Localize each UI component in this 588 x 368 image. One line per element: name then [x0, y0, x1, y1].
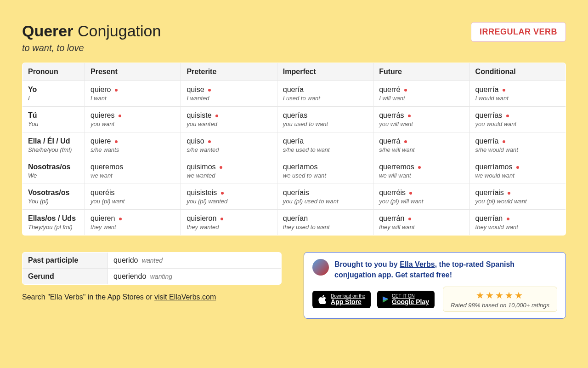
column-header: Present [85, 63, 181, 81]
title-rest: Conjugation [74, 22, 161, 40]
irregular-dot-icon [404, 140, 407, 143]
conjugation-cell: queríais you (pl) used to want [277, 184, 373, 210]
rating-text: Rated 98% based on 10,000+ ratings [451, 302, 549, 309]
table-row: Ellas/os / UdsThey/you (pl fml)quieren t… [23, 210, 566, 236]
conjugation-cell: querría I would want [469, 81, 565, 107]
rating-box: ★★★★★ Rated 98% based on 10,000+ ratings [443, 287, 557, 312]
star-icons: ★★★★★ [451, 290, 549, 301]
irregular-dot-icon [215, 115, 218, 117]
table-row: Past participlequerido wanted [23, 253, 282, 269]
app-store-badge[interactable]: Download on theApp Store [312, 291, 371, 308]
google-play-badge[interactable]: GET IT ONGoogle Play [377, 291, 435, 308]
conjugation-cell: querréis you (pl) will want [373, 184, 469, 210]
table-row: Gerundqueriendo wanting [23, 269, 282, 285]
pronoun-cell: TúYou [23, 107, 85, 132]
table-row: Ella / Él / UdShe/he/you (fml)quiere s/h… [23, 132, 566, 158]
irregular-dot-icon [506, 115, 509, 117]
conjugation-cell: quieren they want [85, 210, 181, 236]
conjugation-cell: querríais you (pl) would want [469, 184, 565, 210]
participle-value: queriendo wanting [108, 269, 282, 285]
visit-link[interactable]: visit EllaVerbs.com [154, 293, 216, 301]
conjugation-cell: querría s/he would want [469, 132, 565, 158]
conjugation-cell: quisimos we wanted [181, 158, 277, 184]
ella-verbs-link[interactable]: Ella Verbs [400, 260, 435, 268]
irregular-badge: IRREGULAR VERB [471, 22, 566, 42]
conjugation-cell: quiere s/he wants [85, 132, 181, 158]
conjugation-cell: quería s/he used to want [277, 132, 373, 158]
column-header: Pronoun [23, 63, 85, 81]
irregular-dot-icon [208, 89, 211, 92]
search-line: Search "Ella Verbs" in the App Stores or… [22, 293, 282, 301]
irregular-dot-icon [115, 89, 118, 92]
conjugation-cell: querrá s/he will want [373, 132, 469, 158]
irregular-dot-icon [119, 115, 121, 117]
column-header: Imperfect [277, 63, 373, 81]
app-icon [312, 259, 329, 276]
irregular-dot-icon [208, 140, 211, 143]
irregular-dot-icon [507, 218, 509, 220]
column-header: Future [373, 63, 469, 81]
participle-value: querido wanted [108, 253, 282, 269]
irregular-dot-icon [221, 192, 224, 195]
pronoun-cell: Vosotras/osYou (pl) [23, 184, 85, 210]
conjugation-cell: queréis you (pl) want [85, 184, 181, 210]
participle-label: Past participle [23, 253, 108, 269]
conjugation-cell: quiso s/he wanted [181, 132, 277, 158]
participle-label: Gerund [23, 269, 108, 285]
conjugation-cell: quiero I want [85, 81, 181, 107]
pronoun-cell: Ella / Él / UdShe/he/you (fml) [23, 132, 85, 158]
table-row: Nosotras/osWequeremos we wantquisimos we… [23, 158, 566, 184]
conjugation-cell: querrás you will want [373, 107, 469, 132]
participles-table: Past participlequerido wantedGerundqueri… [22, 252, 282, 285]
page-title: Querer Conjugation [22, 22, 161, 40]
conjugation-cell: querían they used to want [277, 210, 373, 236]
google-play-icon [383, 296, 388, 303]
irregular-dot-icon [503, 89, 505, 92]
conjugation-cell: querrán they will want [373, 210, 469, 236]
irregular-dot-icon [408, 218, 411, 220]
pronoun-cell: YoI [23, 81, 85, 107]
irregular-dot-icon [220, 166, 222, 169]
conjugation-cell: querías you used to want [277, 107, 373, 132]
promo-text: Brought to you by Ella Verbs, the top-ra… [334, 259, 557, 280]
table-row: Vosotras/osYou (pl)queréis you (pl) want… [23, 184, 566, 210]
conjugation-cell: quisisteis you (pl) wanted [181, 184, 277, 210]
conjugation-cell: quise I wanted [181, 81, 277, 107]
conjugation-cell: quisiste you wanted [181, 107, 277, 132]
apple-icon [318, 295, 327, 304]
conjugation-cell: quieres you want [85, 107, 181, 132]
conjugation-cell: queremos we want [85, 158, 181, 184]
irregular-dot-icon [409, 192, 412, 195]
pronoun-cell: Ellas/os / UdsThey/you (pl fml) [23, 210, 85, 236]
conjugation-cell: querremos we will want [373, 158, 469, 184]
column-header: Conditional [469, 63, 565, 81]
conjugation-cell: querrías you would want [469, 107, 565, 132]
pronoun-cell: Nosotras/osWe [23, 158, 85, 184]
conjugation-cell: querrían they would want [469, 210, 565, 236]
conjugation-cell: queríamos we used to want [277, 158, 373, 184]
promo-box: Brought to you by Ella Verbs, the top-ra… [304, 252, 566, 319]
irregular-dot-icon [404, 89, 407, 92]
conjugation-cell: querríamos we would want [469, 158, 565, 184]
conjugation-table: PronounPresentPreteriteImperfectFutureCo… [22, 63, 566, 236]
irregular-dot-icon [408, 115, 411, 117]
irregular-dot-icon [220, 218, 223, 220]
irregular-dot-icon [508, 192, 510, 195]
irregular-dot-icon [503, 140, 505, 143]
conjugation-cell: quería I used to want [277, 81, 373, 107]
verb-meaning: to want, to love [22, 43, 161, 53]
column-header: Preterite [181, 63, 277, 81]
conjugation-cell: querré I will want [373, 81, 469, 107]
irregular-dot-icon [418, 166, 421, 169]
search-prefix: Search "Ella Verbs" in the App Stores or [22, 293, 154, 301]
irregular-dot-icon [119, 218, 122, 220]
table-row: YoIquiero I wantquise I wantedquería I u… [23, 81, 566, 107]
irregular-dot-icon [516, 166, 519, 169]
verb-name: Querer [22, 22, 74, 40]
conjugation-cell: quisieron they wanted [181, 210, 277, 236]
table-row: TúYouquieres you wantquisiste you wanted… [23, 107, 566, 132]
irregular-dot-icon [115, 140, 118, 143]
